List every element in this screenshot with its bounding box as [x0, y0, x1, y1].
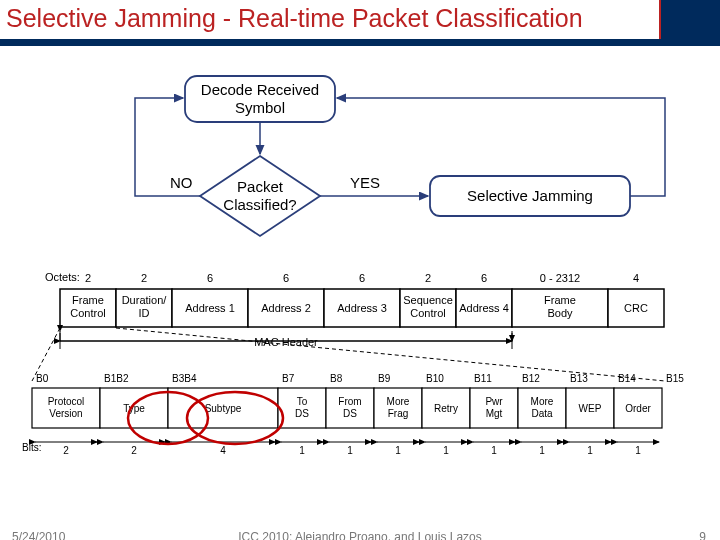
mac-field-label: Duration/: [122, 294, 168, 306]
fc-field-label: Subtype: [205, 403, 242, 414]
fc-field-label: To: [297, 396, 308, 407]
fc-field-label: Frag: [388, 408, 409, 419]
mac-frame: Octets: 2FrameControl2Duration/ID6Addres…: [45, 271, 664, 349]
fc-bit-width: 1: [299, 445, 305, 456]
mac-octet: 6: [359, 272, 365, 284]
fc-field-label: DS: [295, 408, 309, 419]
mac-field-label: Address 4: [459, 302, 509, 314]
decision-label-1: Packet: [237, 178, 284, 195]
fc-field-label: Version: [49, 408, 82, 419]
fc-bit-width: 4: [220, 445, 226, 456]
fc-bit-index: B1B2: [104, 373, 129, 384]
mac-octet: 2: [141, 272, 147, 284]
fc-field-label: Data: [531, 408, 553, 419]
fc-bit-index: B7: [282, 373, 295, 384]
mac-octet: 0 - 2312: [540, 272, 580, 284]
mac-field-label: Control: [70, 307, 105, 319]
diagram-canvas: Decode Received Symbol Packet Classified…: [0, 46, 720, 516]
mac-field-label: Address 2: [261, 302, 311, 314]
octets-label: Octets:: [45, 271, 80, 283]
mac-field-label: Address 1: [185, 302, 235, 314]
fc-bit-index: B9: [378, 373, 391, 384]
fc-field-label: More: [387, 396, 410, 407]
mac-field-label: Control: [410, 307, 445, 319]
bits-label: Bits:: [22, 442, 41, 453]
decode-label-2: Symbol: [235, 99, 285, 116]
fc-bitfield: B0B1B2B3B4B7B8B9B10B11B12B13B14B15Protoc…: [22, 373, 684, 456]
fc-bit-width: 1: [491, 445, 497, 456]
fc-field-label: Order: [625, 403, 651, 414]
fc-bit-width: 1: [587, 445, 593, 456]
fc-bit-width: 1: [443, 445, 449, 456]
mac-octet: 2: [85, 272, 91, 284]
slide-title: Selective Jamming - Real-time Packet Cla…: [0, 0, 661, 39]
fc-bit-index: B11: [474, 373, 492, 384]
no-label: NO: [170, 174, 193, 191]
fc-field-label: Pwr: [485, 396, 503, 407]
fc-bit-index: B10: [426, 373, 444, 384]
title-bar: Selective Jamming - Real-time Packet Cla…: [0, 0, 720, 46]
decision-label-2: Classified?: [223, 196, 296, 213]
jam-label: Selective Jamming: [467, 187, 593, 204]
fc-bit-width: 2: [63, 445, 69, 456]
fc-bit-width: 1: [347, 445, 353, 456]
fc-bit-index: B3B4: [172, 373, 197, 384]
mac-octet: 4: [633, 272, 639, 284]
decode-label-1: Decode Received: [201, 81, 319, 98]
mac-field-label: ID: [139, 307, 150, 319]
fc-bit-index: B14: [618, 373, 636, 384]
mac-field-label: Frame: [72, 294, 104, 306]
fc-field-label: DS: [343, 408, 357, 419]
fc-bit-index: B15: [666, 373, 684, 384]
yes-label: YES: [350, 174, 380, 191]
fc-bit-width: 1: [635, 445, 641, 456]
fc-field-label: Retry: [434, 403, 458, 414]
footer-credit: ICC 2010: Alejandro Proano, and Louis La…: [0, 530, 720, 540]
footer-page: 9: [699, 530, 706, 540]
fc-bit-index: B12: [522, 373, 540, 384]
fc-bit-width: 2: [131, 445, 137, 456]
mac-octet: 6: [283, 272, 289, 284]
fc-bit-width: 1: [395, 445, 401, 456]
mac-octet: 2: [425, 272, 431, 284]
mac-octet: 6: [207, 272, 213, 284]
mac-octet: 6: [481, 272, 487, 284]
mac-field-label: Sequence: [403, 294, 453, 306]
fc-field-label: WEP: [579, 403, 602, 414]
mac-field-label: Address 3: [337, 302, 387, 314]
fc-field-label: Mgt: [486, 408, 503, 419]
fc-bit-width: 1: [539, 445, 545, 456]
fc-bit-index: B13: [570, 373, 588, 384]
mac-field-label: Body: [547, 307, 573, 319]
fc-bit-index: B0: [36, 373, 49, 384]
fc-field-label: Protocol: [48, 396, 85, 407]
mac-field-label: CRC: [624, 302, 648, 314]
fc-field-label: From: [338, 396, 361, 407]
fc-bit-index: B8: [330, 373, 343, 384]
mac-field-label: Frame: [544, 294, 576, 306]
fc-field-label: More: [531, 396, 554, 407]
